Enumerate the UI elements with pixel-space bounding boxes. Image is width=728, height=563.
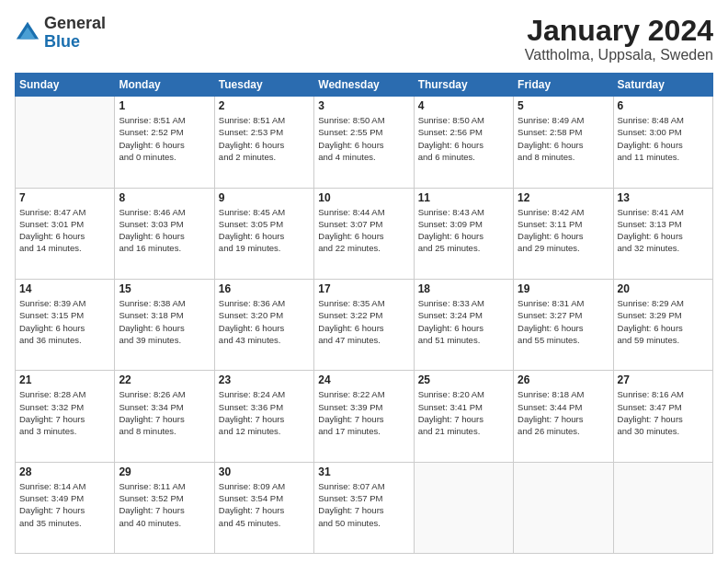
cell-info: Sunrise: 8:51 AM Sunset: 2:53 PM Dayligh… bbox=[219, 114, 310, 163]
cell-info: Sunrise: 8:16 AM Sunset: 3:47 PM Dayligh… bbox=[618, 388, 709, 437]
cell-info: Sunrise: 8:20 AM Sunset: 3:41 PM Dayligh… bbox=[418, 388, 509, 437]
day-number: 10 bbox=[318, 191, 409, 204]
calendar-cell: 29Sunrise: 8:11 AM Sunset: 3:52 PM Dayli… bbox=[115, 462, 214, 553]
day-number: 25 bbox=[418, 373, 509, 386]
day-number: 14 bbox=[19, 282, 110, 295]
location: Vattholma, Uppsala, Sweden bbox=[525, 47, 713, 63]
day-number: 9 bbox=[219, 191, 310, 204]
calendar-cell: 10Sunrise: 8:44 AM Sunset: 3:07 PM Dayli… bbox=[314, 188, 414, 279]
day-number: 28 bbox=[19, 465, 110, 478]
cell-info: Sunrise: 8:31 AM Sunset: 3:27 PM Dayligh… bbox=[518, 297, 609, 346]
calendar-cell: 7Sunrise: 8:47 AM Sunset: 3:01 PM Daylig… bbox=[16, 188, 115, 279]
cell-info: Sunrise: 8:39 AM Sunset: 3:15 PM Dayligh… bbox=[19, 297, 110, 346]
day-number: 12 bbox=[518, 191, 609, 204]
month-year: January 2024 bbox=[525, 15, 713, 47]
week-row-1: 1Sunrise: 8:51 AM Sunset: 2:52 PM Daylig… bbox=[16, 97, 713, 188]
day-number: 16 bbox=[219, 282, 310, 295]
day-header-friday: Friday bbox=[514, 74, 613, 97]
calendar-cell: 4Sunrise: 8:50 AM Sunset: 2:56 PM Daylig… bbox=[414, 97, 513, 188]
day-number: 27 bbox=[618, 373, 709, 386]
day-header-monday: Monday bbox=[115, 74, 214, 97]
calendar-cell bbox=[16, 97, 115, 188]
calendar-cell: 24Sunrise: 8:22 AM Sunset: 3:39 PM Dayli… bbox=[314, 371, 414, 462]
day-number: 4 bbox=[418, 99, 509, 112]
cell-info: Sunrise: 8:36 AM Sunset: 3:20 PM Dayligh… bbox=[219, 297, 310, 346]
calendar-table: SundayMondayTuesdayWednesdayThursdayFrid… bbox=[15, 73, 713, 554]
day-number: 8 bbox=[119, 191, 210, 204]
cell-info: Sunrise: 8:43 AM Sunset: 3:09 PM Dayligh… bbox=[418, 206, 509, 255]
calendar-cell: 2Sunrise: 8:51 AM Sunset: 2:53 PM Daylig… bbox=[214, 97, 313, 188]
cell-info: Sunrise: 8:14 AM Sunset: 3:49 PM Dayligh… bbox=[19, 480, 110, 529]
day-number: 11 bbox=[418, 191, 509, 204]
cell-info: Sunrise: 8:50 AM Sunset: 2:56 PM Dayligh… bbox=[418, 114, 509, 163]
calendar-cell: 27Sunrise: 8:16 AM Sunset: 3:47 PM Dayli… bbox=[613, 371, 712, 462]
calendar-cell: 28Sunrise: 8:14 AM Sunset: 3:49 PM Dayli… bbox=[16, 462, 115, 553]
day-number: 18 bbox=[418, 282, 509, 295]
logo-icon bbox=[15, 20, 40, 46]
cell-info: Sunrise: 8:48 AM Sunset: 3:00 PM Dayligh… bbox=[618, 114, 709, 163]
cell-info: Sunrise: 8:09 AM Sunset: 3:54 PM Dayligh… bbox=[219, 480, 310, 529]
cell-info: Sunrise: 8:24 AM Sunset: 3:36 PM Dayligh… bbox=[219, 388, 310, 437]
day-number: 1 bbox=[119, 99, 210, 112]
cell-info: Sunrise: 8:28 AM Sunset: 3:32 PM Dayligh… bbox=[19, 388, 110, 437]
calendar-cell: 23Sunrise: 8:24 AM Sunset: 3:36 PM Dayli… bbox=[214, 371, 313, 462]
cell-info: Sunrise: 8:42 AM Sunset: 3:11 PM Dayligh… bbox=[518, 206, 609, 255]
calendar-cell: 13Sunrise: 8:41 AM Sunset: 3:13 PM Dayli… bbox=[613, 188, 712, 279]
cell-info: Sunrise: 8:26 AM Sunset: 3:34 PM Dayligh… bbox=[119, 388, 210, 437]
calendar-cell: 12Sunrise: 8:42 AM Sunset: 3:11 PM Dayli… bbox=[514, 188, 613, 279]
page: General Blue January 2024 Vattholma, Upp… bbox=[0, 0, 728, 563]
cell-info: Sunrise: 8:47 AM Sunset: 3:01 PM Dayligh… bbox=[19, 206, 110, 255]
day-number: 3 bbox=[318, 99, 409, 112]
day-number: 23 bbox=[219, 373, 310, 386]
day-number: 15 bbox=[119, 282, 210, 295]
cell-info: Sunrise: 8:33 AM Sunset: 3:24 PM Dayligh… bbox=[418, 297, 509, 346]
day-header-sunday: Sunday bbox=[16, 74, 115, 97]
calendar-cell: 16Sunrise: 8:36 AM Sunset: 3:20 PM Dayli… bbox=[214, 279, 313, 370]
cell-info: Sunrise: 8:50 AM Sunset: 2:55 PM Dayligh… bbox=[318, 114, 409, 163]
logo-text: General Blue bbox=[44, 15, 106, 52]
calendar-cell: 6Sunrise: 8:48 AM Sunset: 3:00 PM Daylig… bbox=[613, 97, 712, 188]
calendar-cell: 1Sunrise: 8:51 AM Sunset: 2:52 PM Daylig… bbox=[115, 97, 214, 188]
calendar-cell bbox=[613, 462, 712, 553]
cell-info: Sunrise: 8:35 AM Sunset: 3:22 PM Dayligh… bbox=[318, 297, 409, 346]
calendar-cell: 17Sunrise: 8:35 AM Sunset: 3:22 PM Dayli… bbox=[314, 279, 414, 370]
cell-info: Sunrise: 8:07 AM Sunset: 3:57 PM Dayligh… bbox=[318, 480, 409, 529]
calendar-cell: 3Sunrise: 8:50 AM Sunset: 2:55 PM Daylig… bbox=[314, 97, 414, 188]
calendar-cell: 15Sunrise: 8:38 AM Sunset: 3:18 PM Dayli… bbox=[115, 279, 214, 370]
header: General Blue January 2024 Vattholma, Upp… bbox=[15, 15, 713, 63]
day-number: 26 bbox=[518, 373, 609, 386]
day-number: 17 bbox=[318, 282, 409, 295]
cell-info: Sunrise: 8:18 AM Sunset: 3:44 PM Dayligh… bbox=[518, 388, 609, 437]
logo-blue-text: Blue bbox=[44, 32, 80, 51]
week-row-5: 28Sunrise: 8:14 AM Sunset: 3:49 PM Dayli… bbox=[16, 462, 713, 553]
day-number: 31 bbox=[318, 465, 409, 478]
calendar-header: SundayMondayTuesdayWednesdayThursdayFrid… bbox=[16, 74, 713, 97]
cell-info: Sunrise: 8:29 AM Sunset: 3:29 PM Dayligh… bbox=[618, 297, 709, 346]
day-number: 24 bbox=[318, 373, 409, 386]
calendar-cell: 9Sunrise: 8:45 AM Sunset: 3:05 PM Daylig… bbox=[214, 188, 313, 279]
days-header-row: SundayMondayTuesdayWednesdayThursdayFrid… bbox=[16, 74, 713, 97]
cell-info: Sunrise: 8:38 AM Sunset: 3:18 PM Dayligh… bbox=[119, 297, 210, 346]
calendar-cell: 25Sunrise: 8:20 AM Sunset: 3:41 PM Dayli… bbox=[414, 371, 513, 462]
week-row-4: 21Sunrise: 8:28 AM Sunset: 3:32 PM Dayli… bbox=[16, 371, 713, 462]
cell-info: Sunrise: 8:46 AM Sunset: 3:03 PM Dayligh… bbox=[119, 206, 210, 255]
day-number: 30 bbox=[219, 465, 310, 478]
day-number: 13 bbox=[618, 191, 709, 204]
calendar-cell: 8Sunrise: 8:46 AM Sunset: 3:03 PM Daylig… bbox=[115, 188, 214, 279]
calendar-cell bbox=[514, 462, 613, 553]
day-number: 29 bbox=[119, 465, 210, 478]
cell-info: Sunrise: 8:11 AM Sunset: 3:52 PM Dayligh… bbox=[119, 480, 210, 529]
day-number: 2 bbox=[219, 99, 310, 112]
calendar-cell: 14Sunrise: 8:39 AM Sunset: 3:15 PM Dayli… bbox=[16, 279, 115, 370]
day-number: 22 bbox=[119, 373, 210, 386]
cell-info: Sunrise: 8:49 AM Sunset: 2:58 PM Dayligh… bbox=[518, 114, 609, 163]
day-number: 21 bbox=[19, 373, 110, 386]
calendar-cell: 5Sunrise: 8:49 AM Sunset: 2:58 PM Daylig… bbox=[514, 97, 613, 188]
logo-general-text: General bbox=[44, 14, 106, 32]
calendar-cell: 31Sunrise: 8:07 AM Sunset: 3:57 PM Dayli… bbox=[314, 462, 414, 553]
day-number: 7 bbox=[19, 191, 110, 204]
calendar-cell bbox=[414, 462, 513, 553]
day-number: 20 bbox=[618, 282, 709, 295]
day-header-saturday: Saturday bbox=[613, 74, 712, 97]
cell-info: Sunrise: 8:51 AM Sunset: 2:52 PM Dayligh… bbox=[119, 114, 210, 163]
